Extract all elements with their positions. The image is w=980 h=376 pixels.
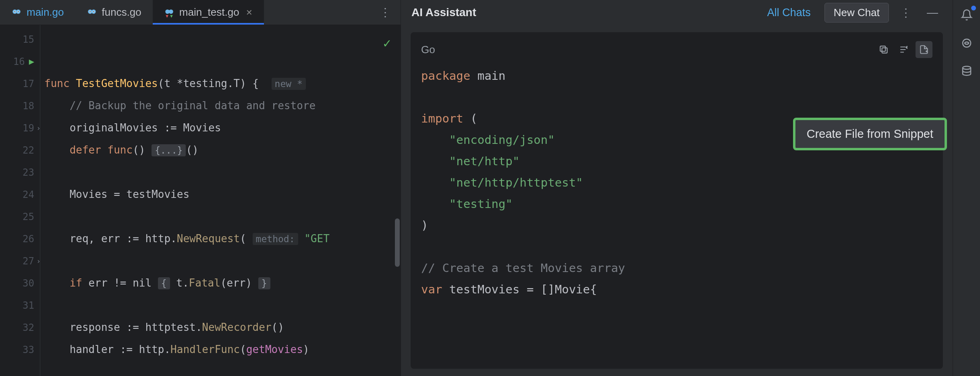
tab-label: funcs.go [102, 6, 141, 19]
tab-main-test-go[interactable]: main_test.go ✕ [153, 0, 264, 25]
ai-title: AI Assistant [411, 6, 760, 19]
keyword: var [421, 283, 442, 296]
create-file-tooltip: Create File from Snippet [793, 118, 947, 150]
code: () [186, 144, 198, 156]
snippet-code[interactable]: package main import ( "encoding/json" "n… [421, 65, 932, 300]
code: originalMovies := Movies [70, 122, 221, 134]
snippet-header: Go [421, 41, 932, 58]
all-chats-link[interactable]: All Chats [767, 6, 811, 19]
method-name: NewRequest [177, 233, 240, 245]
comment: // Backup the original data and restore [70, 100, 316, 112]
right-tool-rail [953, 0, 980, 376]
code: testMovies = []Movie{ [442, 283, 597, 296]
svg-point-10 [89, 11, 90, 12]
package-name: main [478, 69, 506, 83]
keyword: func [108, 144, 133, 156]
ai-body: Go package main import ( "encoding/json"… [401, 25, 953, 376]
notification-badge [971, 6, 976, 10]
go-gopher-icon [11, 7, 22, 18]
editor-scrollbar[interactable] [395, 218, 400, 267]
check-icon[interactable]: ✓ [383, 32, 391, 54]
import-path: "testing" [449, 197, 513, 211]
svg-rect-17 [880, 46, 885, 51]
brace: { [158, 277, 170, 289]
more-menu-icon[interactable]: ⋮ [896, 6, 916, 19]
svg-point-5 [18, 11, 19, 12]
snippet-actions [875, 41, 932, 58]
go-test-icon [164, 7, 174, 18]
ai-assistant-icon[interactable] [958, 35, 975, 52]
code: () [133, 144, 152, 156]
comment: // Create a test Movies array [421, 261, 625, 275]
code: ( [463, 112, 478, 125]
code: t. [170, 277, 189, 289]
code: ( [240, 233, 246, 245]
method-name: Fatal [189, 277, 220, 289]
ai-assistant-panel: AI Assistant All Chats New Chat ⋮ — Go [401, 0, 953, 376]
close-icon[interactable]: ✕ [246, 8, 253, 17]
keyword: if [70, 277, 82, 289]
svg-point-13 [169, 9, 173, 14]
copy-icon[interactable] [875, 41, 892, 58]
code: (err) [220, 277, 258, 289]
line-number: 16 [10, 56, 25, 67]
notifications-icon[interactable] [958, 6, 975, 23]
ai-header: AI Assistant All Chats New Chat ⋮ — [401, 0, 953, 25]
import-path: "net/http/httptest" [449, 176, 583, 189]
tab-label: main.go [27, 6, 64, 19]
tab-main-go[interactable]: main.go [0, 0, 75, 25]
import-path: "net/http" [449, 154, 520, 168]
database-icon[interactable] [958, 63, 975, 80]
snippet-language: Go [421, 44, 435, 56]
create-file-icon[interactable] [916, 41, 932, 58]
editor-area: 15 16▶ 17 18 19› 22 23 24 25 26 27› 30 3… [0, 25, 401, 376]
code: req, err := http. [70, 233, 177, 245]
line-number: 33 [19, 344, 34, 355]
method-name: NewRecorder [202, 321, 271, 333]
svg-marker-14 [166, 15, 168, 18]
code: Movies = testMovies [70, 188, 189, 200]
line-number: 26 [19, 233, 34, 245]
folded-code[interactable]: {...} [152, 144, 186, 156]
insert-at-caret-icon[interactable] [895, 41, 912, 58]
svg-marker-15 [170, 15, 173, 18]
new-chat-button[interactable]: New Chat [824, 3, 889, 23]
line-number: 15 [19, 34, 34, 45]
string: "GET [298, 233, 330, 245]
params: (t *testing.T) { [158, 77, 259, 89]
line-number: 19 [19, 123, 34, 134]
import-path: "encoding/json" [449, 133, 555, 147]
code: err != nil [82, 277, 158, 289]
tab-funcs-go[interactable]: funcs.go [75, 0, 153, 25]
line-number: 27 [19, 256, 34, 267]
code-editor[interactable]: func TestGetMovies(t *testing.T) { new *… [40, 25, 401, 376]
method-name: HandlerFunc [170, 343, 240, 355]
code: ) [303, 343, 309, 355]
line-number: 23 [19, 167, 34, 178]
identifier: getMovies [246, 343, 303, 355]
minimize-icon[interactable]: — [923, 6, 942, 19]
tab-overflow-menu[interactable]: ⋮ [370, 6, 401, 19]
brace: } [258, 277, 270, 289]
line-number: 31 [19, 300, 34, 311]
line-number: 17 [19, 78, 34, 89]
code: ( [240, 343, 246, 355]
tab-label: main_test.go [179, 6, 239, 19]
go-gopher-icon [87, 7, 97, 18]
line-number: 24 [19, 189, 34, 200]
svg-point-19 [963, 66, 971, 70]
line-number: 22 [19, 145, 34, 156]
line-number: 25 [19, 211, 34, 222]
line-number: 18 [19, 100, 34, 112]
svg-rect-16 [882, 48, 887, 53]
inlay-hint: new * [272, 78, 306, 90]
inlay-hint: method: [253, 233, 298, 245]
svg-point-18 [963, 39, 971, 47]
run-test-icon[interactable]: ▶ [29, 56, 34, 66]
editor-tabs: main.go funcs.go main_test.go ✕ ⋮ [0, 0, 401, 25]
code: handler := http. [70, 343, 170, 355]
keyword: func [44, 77, 70, 89]
svg-point-11 [93, 11, 94, 12]
keyword: import [421, 112, 463, 125]
code: response := httptest. [70, 321, 202, 333]
